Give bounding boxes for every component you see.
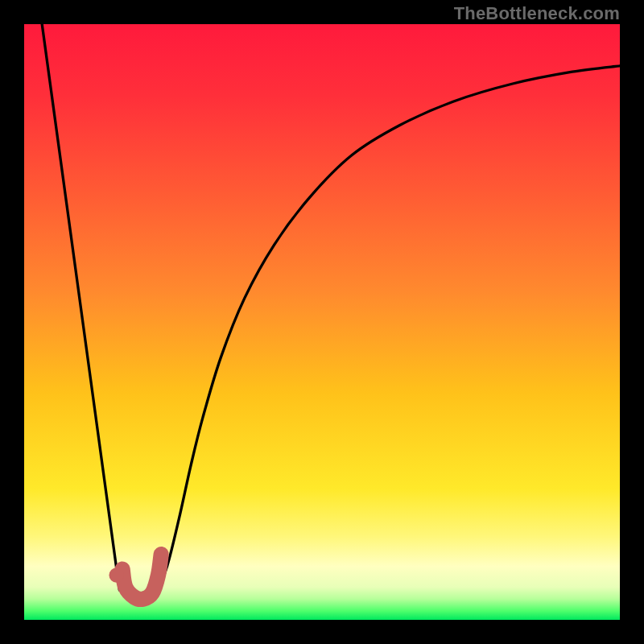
watermark-text: TheBottleneck.com — [454, 3, 620, 24]
curve-left-branch — [42, 24, 119, 590]
chart-frame: TheBottleneck.com — [0, 0, 644, 644]
j-marker-hook — [122, 555, 161, 600]
curves-layer — [24, 24, 620, 620]
curve-right-branch — [155, 66, 620, 597]
j-marker-dot — [109, 568, 124, 583]
plot-area — [24, 24, 620, 620]
